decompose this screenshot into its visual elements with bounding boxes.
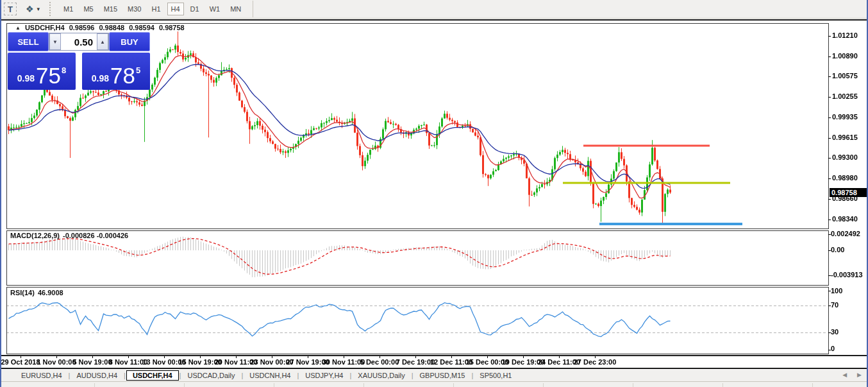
price-tick: 0.99935 <box>832 113 858 121</box>
rsi-label: RSI(14) 46.9008 <box>10 289 63 297</box>
timeframe-toolbar: M1M5M15M30H1H4D1W1MN <box>58 3 246 15</box>
date-tick: 5 Nov 19:00 <box>72 358 112 366</box>
chart-window-top-border <box>1 19 867 21</box>
date-tick: 7 Dec 19:00 <box>396 358 435 366</box>
rsi-tick: 0 <box>831 345 835 352</box>
price-tick: 0.98980 <box>832 174 858 182</box>
text-label-tool-icon[interactable]: T <box>4 3 17 15</box>
volume-input[interactable]: 0.50 <box>61 33 97 50</box>
timeframe-button-d1[interactable]: D1 <box>187 3 203 15</box>
rsi-value: 46.9008 <box>38 289 63 297</box>
chart-close: 0.98758 <box>159 24 185 31</box>
chart-tab-usdjpy-h4[interactable]: USDJPY,H4 <box>299 371 349 380</box>
chart-tab-sp500-h1[interactable]: SP500,H1 <box>474 371 517 380</box>
tabs-scroll-right-icon[interactable]: ▶ <box>857 372 862 378</box>
status-strip <box>1 381 867 387</box>
triangle-icon: ▲ <box>15 25 21 31</box>
timeframe-button-mn[interactable]: MN <box>226 3 245 15</box>
price-tick: 0.99615 <box>832 133 858 141</box>
timeframe-button-w1[interactable]: W1 <box>206 3 224 15</box>
buy-price-pip: 5 <box>136 65 140 75</box>
chart-tab-usdcad-daily[interactable]: USDCAD,Daily <box>181 371 240 380</box>
tabs-scroll-left-icon[interactable]: ◀ <box>842 372 847 378</box>
rsi-tick: 100 <box>831 287 842 295</box>
cursor-tool-icon[interactable]: ❖▾ <box>26 4 40 14</box>
date-tick: 29 Oct 2018 <box>1 358 40 366</box>
macd-tick: -0.003913 <box>831 271 863 279</box>
date-tick: 30 Nov 11:00 <box>322 358 365 366</box>
chart-tab-usdcnh-h4[interactable]: USDCNH,H4 <box>244 371 296 380</box>
volume-increase-button[interactable]: ▲ <box>97 33 108 50</box>
volume-decrease-button[interactable]: ▼ <box>49 33 61 50</box>
timeframe-button-m1[interactable]: M1 <box>60 3 77 15</box>
price-tick: 1.01210 <box>832 31 858 39</box>
current-price-tag: 0.98758 <box>830 188 867 197</box>
metatrader-terminal: T ❖▾ M1M5M15M30H1H4D1W1MN ▲ USDCHF,H4 0.… <box>0 0 868 387</box>
price-tick: 1.00575 <box>832 72 858 80</box>
sell-price-pip: 8 <box>62 65 66 75</box>
dropdown-caret-icon[interactable]: ▾ <box>37 6 40 12</box>
buy-price-display[interactable]: 0.98 78 5 <box>82 53 150 90</box>
chart-high: 0.98848 <box>99 24 124 31</box>
one-click-trading-panel: SELL ▼ 0.50 ▲ BUY 0.98 75 8 0.98 78 5 <box>8 32 150 91</box>
chart-ohlc-header: ▲ USDCHF,H4 0.98596 0.98848 0.98594 0.98… <box>15 24 185 31</box>
macd-values: -0.000826 -0.000426 <box>63 232 128 239</box>
chart-tab-bar: EURUSD,H4|AUDUSD,H4|USDCHF,H4|USDCAD,Dai… <box>1 370 867 381</box>
chart-tab-audusd-h4[interactable]: AUDUSD,H4 <box>71 371 123 380</box>
chart-low: 0.98594 <box>129 24 154 31</box>
date-tick: 27 Dec 23:00 <box>574 358 617 366</box>
buy-price-prefix: 0.98 <box>92 74 109 85</box>
timeframe-button-m30[interactable]: M30 <box>124 3 145 15</box>
chart-tab-eurusd-h4[interactable]: EURUSD,H4 <box>15 371 68 380</box>
sell-button[interactable]: SELL <box>8 32 49 51</box>
timeframe-button-m5[interactable]: M5 <box>79 3 97 15</box>
chart-tab-gbpusd-m15[interactable]: GBPUSD,M15 <box>414 371 471 380</box>
rsi-tick: 30 <box>831 328 839 336</box>
rsi-tick: 70 <box>831 301 839 309</box>
toolbar-separator <box>253 1 253 17</box>
price-tick: 1.00255 <box>832 92 858 100</box>
macd-label: MACD(12,26,9) -0.000826 -0.000426 <box>10 232 128 239</box>
sell-price-prefix: 0.98 <box>17 74 35 85</box>
date-tick: 5 Dec 00:00 <box>360 358 399 366</box>
toolbar-grip[interactable] <box>49 2 52 16</box>
date-tick: 8 Nov 11:00 <box>109 358 148 366</box>
chart-open: 0.98596 <box>69 24 95 31</box>
price-tick: 0.98340 <box>832 215 858 223</box>
sell-price-big: 75 <box>36 67 61 85</box>
price-tick: 0.99300 <box>832 153 858 161</box>
toolbar: T ❖▾ M1M5M15M30H1H4D1W1MN <box>1 0 867 19</box>
date-tick: 1 Nov 00:00 <box>37 358 76 366</box>
macd-tick: 0.00 <box>831 246 844 254</box>
timeframe-button-h1[interactable]: H1 <box>147 3 164 15</box>
sell-price-display[interactable]: 0.98 75 8 <box>8 53 76 90</box>
macd-tick: 0.002492 <box>831 230 860 237</box>
price-tick: 1.00890 <box>832 52 858 60</box>
chart-symbol: USDCHF,H4 <box>25 24 65 31</box>
timeframe-button-h4[interactable]: H4 <box>167 3 184 15</box>
timeframe-button-m15[interactable]: M15 <box>100 3 121 15</box>
chart-tab-usdchf-h4[interactable]: USDCHF,H4 <box>126 370 179 381</box>
chart-tab-xauusd-daily[interactable]: XAUUSD,Daily <box>352 371 410 380</box>
buy-button[interactable]: BUY <box>109 32 150 51</box>
buy-price-big: 78 <box>110 67 135 85</box>
